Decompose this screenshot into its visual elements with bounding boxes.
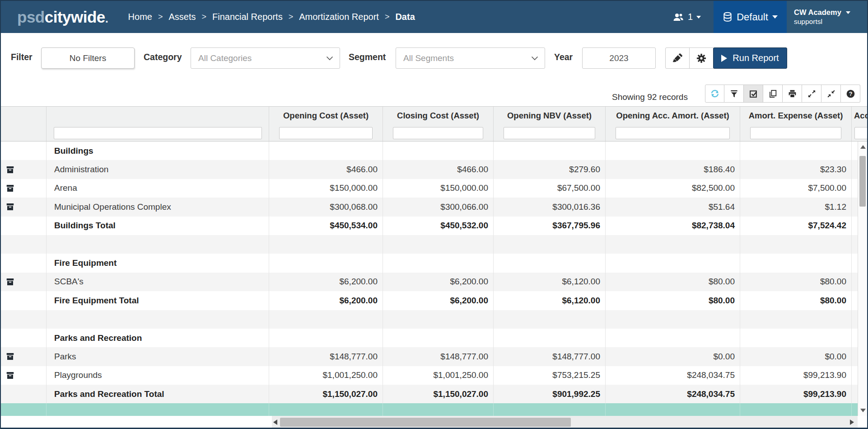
style-brush-button[interactable] — [665, 47, 690, 69]
breadcrumb-item-home[interactable]: Home — [128, 12, 152, 22]
row-icon-cell — [1, 385, 47, 403]
no-filters-button[interactable]: No Filters — [41, 47, 135, 69]
scroll-up-arrow-icon[interactable] — [860, 145, 866, 149]
vertical-scrollbar[interactable] — [858, 141, 868, 416]
column-header-clipped[interactable]: Acc — [852, 107, 868, 125]
archive-box-icon — [5, 371, 15, 380]
column-filter-cell-closing_cost — [383, 125, 494, 141]
header-filter-row — [1, 125, 868, 141]
collapse-button[interactable] — [821, 85, 841, 103]
table-row[interactable]: Parks and Recreation Total$1,150,027.00$… — [1, 385, 868, 403]
workspace-dropdown[interactable]: Default — [714, 1, 787, 33]
play-icon — [721, 55, 727, 62]
breadcrumb-item-financial-reports[interactable]: Financial Reports — [212, 12, 283, 22]
row-value-opening_acc_amort — [606, 310, 740, 329]
table-row[interactable]: Parks and Recreation — [1, 329, 868, 347]
row-value-opening_nbv — [494, 235, 606, 254]
row-name: Municipal Operations Complex — [47, 198, 269, 216]
row-value-opening_nbv: $6,120.00 — [494, 273, 606, 291]
column-filter-cell-row_icon — [1, 125, 47, 141]
table-row[interactable]: Fire Equipment — [1, 254, 868, 272]
row-value-amort_expense — [740, 310, 852, 329]
expand-button[interactable] — [802, 85, 821, 103]
vertical-scrollbar-thumb[interactable] — [859, 156, 866, 207]
run-report-label: Run Report — [733, 53, 779, 63]
column-header-opening_cost[interactable]: Opening Cost (Asset) — [269, 107, 383, 125]
column-filter-input-opening_cost[interactable] — [279, 127, 373, 139]
column-filter-cell-amort_expense — [740, 125, 852, 141]
filter-funnel-button[interactable] — [724, 85, 744, 103]
column-header-amort_expense[interactable]: Amort. Expense (Asset) — [740, 107, 852, 125]
run-report-button[interactable]: Run Report — [713, 47, 787, 69]
column-filter-input-clipped[interactable] — [854, 127, 868, 139]
row-name: Parks and Recreation — [47, 329, 269, 347]
column-filter-cell-opening_nbv — [494, 125, 606, 141]
row-value-closing_cost: $450,532.00 — [383, 217, 494, 235]
table-row[interactable]: Buildings Total$450,534.00$450,532.00$36… — [1, 217, 868, 235]
column-filter-input-amort_expense[interactable] — [750, 127, 841, 139]
refresh-button[interactable] — [705, 85, 724, 103]
navbar-right-section: 1 Default CW Academy — [668, 1, 867, 33]
active-users-menu[interactable]: 1 — [668, 1, 714, 33]
table-row[interactable]: Parks$148,777.00$148,777.00$148,777.00$0… — [1, 347, 868, 366]
horizontal-scrollbar-thumb[interactable] — [280, 418, 571, 427]
row-value-amort_expense — [740, 403, 852, 415]
breadcrumb-item-assets[interactable]: Assets — [168, 12, 196, 22]
column-header-opening_nbv[interactable]: Opening NBV (Asset) — [494, 107, 606, 125]
row-icon-cell — [1, 198, 47, 216]
scroll-down-arrow-icon[interactable] — [860, 409, 866, 412]
column-filter-input-name[interactable] — [54, 127, 262, 139]
print-button[interactable] — [783, 85, 802, 103]
breadcrumb: Home>Assets>Financial Reports>Amortizati… — [128, 12, 415, 22]
logo-part-citywide: citywide — [45, 8, 105, 26]
table-row[interactable]: Playgrounds$1,001,250.00$1,001,250.00$75… — [1, 366, 868, 385]
row-value-opening_acc_amort: $82,500.00 — [606, 179, 740, 198]
table-row[interactable]: Administration$466.00$466.00$279.60$186.… — [1, 160, 868, 179]
row-name: Buildings — [47, 141, 269, 160]
breadcrumb-separator: > — [201, 12, 206, 22]
horizontal-scrollbar[interactable] — [272, 416, 858, 429]
help-button[interactable]: ? — [841, 85, 860, 103]
app-logo[interactable]: psdcitywide. — [17, 8, 108, 26]
copy-button[interactable] — [763, 85, 783, 103]
row-value-amort_expense: $99,213.90 — [740, 385, 852, 403]
account-name: CW Academy — [794, 8, 841, 17]
row-value-opening_cost — [269, 141, 383, 160]
chevron-down-icon — [846, 11, 850, 14]
breadcrumb-item-data[interactable]: Data — [395, 12, 415, 22]
account-dropdown[interactable]: CW Academy supportsl — [787, 1, 867, 33]
row-value-amort_expense: $99,213.90 — [740, 366, 852, 385]
row-value-closing_cost — [383, 141, 494, 160]
archive-box-icon — [5, 184, 15, 193]
category-select[interactable]: All Categories — [191, 47, 340, 69]
table-row[interactable]: Arena$150,000.00$150,000.00$67,500.00$82… — [1, 179, 868, 198]
settings-button[interactable] — [689, 47, 714, 69]
column-select-button[interactable] — [744, 85, 763, 103]
column-header-closing_cost[interactable]: Closing Cost (Asset) — [383, 107, 494, 125]
column-header-opening_acc_amort[interactable]: Opening Acc. Amort. (Asset) — [606, 107, 740, 125]
row-value-closing_cost — [383, 403, 494, 415]
print-icon — [788, 89, 797, 99]
row-value-closing_cost — [383, 310, 494, 329]
table-row[interactable]: Buildings — [1, 141, 868, 160]
column-filter-input-closing_cost[interactable] — [393, 127, 483, 139]
table-row[interactable]: Municipal Operations Complex$300,068.00$… — [1, 198, 868, 216]
row-value-opening_cost: $300,068.00 — [269, 198, 383, 216]
table-row[interactable]: SCBA's$6,200.00$6,200.00$6,120.00$80.00$… — [1, 273, 868, 291]
copy-icon — [768, 89, 778, 99]
segment-select[interactable]: All Segments — [396, 47, 545, 69]
workspace-label: Default — [737, 11, 768, 23]
column-filter-input-opening_acc_amort[interactable] — [616, 127, 730, 139]
row-icon-cell — [1, 160, 47, 179]
breadcrumb-separator: > — [158, 12, 163, 22]
row-value-opening_nbv — [494, 141, 606, 160]
year-input[interactable] — [582, 47, 656, 69]
row-name — [47, 310, 269, 329]
breadcrumb-item-amortization-report[interactable]: Amortization Report — [299, 12, 379, 22]
row-value-amort_expense — [740, 254, 852, 272]
table-row[interactable]: Fire Equipment Total$6,200.00$6,200.00$6… — [1, 291, 868, 310]
column-filter-input-opening_nbv[interactable] — [504, 127, 595, 139]
scroll-left-arrow-icon[interactable] — [273, 420, 277, 425]
row-value-opening_acc_amort — [606, 235, 740, 254]
scroll-right-arrow-icon[interactable] — [850, 420, 854, 425]
